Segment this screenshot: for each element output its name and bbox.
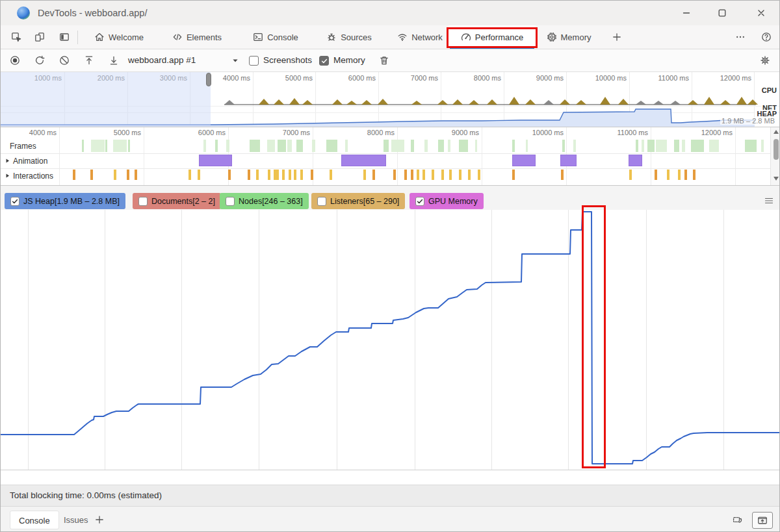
interaction-bar[interactable]	[73, 170, 75, 180]
interaction-bar[interactable]	[311, 170, 313, 180]
interaction-bar[interactable]	[372, 170, 375, 180]
frame-bar[interactable]	[438, 140, 444, 152]
record-button[interactable]	[7, 53, 23, 68]
frame-bar[interactable]	[267, 140, 275, 152]
tab-network[interactable]: Network	[389, 25, 451, 49]
session-dropdown-arrow[interactable]	[229, 53, 241, 68]
frame-bar[interactable]	[475, 140, 477, 152]
tab-sources[interactable]: Sources	[315, 25, 383, 49]
scroll-up-arrow-icon[interactable]	[774, 130, 779, 134]
tab-welcome[interactable]: Welcome	[85, 25, 153, 49]
frame-bar[interactable]	[411, 140, 414, 152]
expand-triangle-icon[interactable]	[5, 171, 10, 181]
frame-bar[interactable]	[448, 140, 450, 152]
frame-bar[interactable]	[745, 140, 757, 152]
legend-checkbox[interactable]	[226, 197, 235, 206]
tab-console[interactable]: Console	[244, 25, 307, 49]
frame-bar[interactable]	[113, 140, 127, 152]
interaction-bar[interactable]	[330, 170, 332, 180]
interaction-bar[interactable]	[417, 170, 419, 180]
memory-label[interactable]: Memory	[333, 49, 365, 71]
interaction-bar[interactable]	[441, 170, 444, 180]
frame-bar[interactable]	[250, 140, 260, 152]
add-drawer-tab-button[interactable]	[92, 512, 107, 527]
legend-checkbox[interactable]	[10, 197, 20, 206]
legend-checkbox[interactable]	[138, 197, 148, 206]
frame-bar[interactable]	[573, 140, 576, 152]
help-button[interactable]	[757, 28, 775, 46]
drawer-tab-console[interactable]: Console	[10, 511, 59, 529]
inspect-element-icon[interactable]	[7, 28, 25, 46]
frame-bar[interactable]	[691, 140, 704, 152]
legend-pill-nodes[interactable]: Nodes[246 – 363]	[220, 193, 309, 209]
frame-bar[interactable]	[674, 140, 679, 152]
tab-elements[interactable]: Elements	[161, 25, 233, 49]
animation-bar[interactable]	[512, 155, 536, 166]
scroll-down-arrow-icon[interactable]	[774, 177, 779, 181]
interaction-bar[interactable]	[667, 170, 670, 180]
interaction-bar[interactable]	[468, 170, 471, 180]
frame-bar[interactable]	[761, 140, 764, 152]
timeline-tracks[interactable]: 4000 ms5000 ms6000 ms7000 ms8000 ms9000 …	[1, 127, 780, 186]
frame-bar[interactable]	[562, 140, 565, 152]
animation-bar[interactable]	[199, 155, 232, 166]
scrollbar-thumb[interactable]	[774, 139, 779, 160]
frame-bar[interactable]	[512, 140, 515, 152]
frame-bar[interactable]	[642, 140, 644, 152]
legend-menu-icon[interactable]	[764, 196, 774, 209]
animation-row-label[interactable]: Animation	[5, 157, 47, 166]
screenshots-label[interactable]: Screenshots	[263, 49, 312, 71]
frame-bar[interactable]	[287, 140, 292, 152]
maximize-button[interactable]	[707, 1, 737, 25]
interaction-bar[interactable]	[393, 170, 396, 180]
animation-bar[interactable]	[629, 155, 642, 166]
interaction-bar[interactable]	[655, 170, 657, 180]
frame-bar[interactable]	[709, 140, 719, 152]
interaction-bar[interactable]	[422, 170, 425, 180]
animation-bar[interactable]	[560, 155, 577, 166]
interaction-bar[interactable]	[282, 170, 285, 180]
frame-bar[interactable]	[647, 140, 655, 152]
frame-bar[interactable]	[128, 140, 130, 152]
interaction-bar[interactable]	[294, 170, 296, 180]
interaction-bar[interactable]	[90, 170, 93, 180]
legend-checkbox[interactable]	[317, 197, 326, 206]
add-tab-button[interactable]	[608, 28, 626, 46]
interaction-bar[interactable]	[459, 170, 462, 180]
interaction-bar[interactable]	[268, 170, 270, 180]
frame-bar[interactable]	[682, 140, 685, 152]
interaction-bar[interactable]	[198, 170, 200, 180]
frame-bar[interactable]	[384, 140, 389, 152]
legend-checkbox[interactable]	[415, 197, 424, 206]
device-emulation-icon[interactable]	[31, 28, 49, 46]
more-options-button[interactable]	[731, 28, 749, 46]
interaction-bar[interactable]	[678, 170, 681, 180]
interaction-bar[interactable]	[114, 170, 116, 180]
memory-counters-chart[interactable]	[1, 210, 780, 470]
interaction-bar[interactable]	[127, 170, 129, 180]
interaction-bar[interactable]	[300, 170, 303, 180]
interaction-bar[interactable]	[684, 170, 687, 180]
drawer-tab-issues[interactable]: Issues	[55, 511, 97, 529]
interaction-bar[interactable]	[276, 170, 279, 180]
legend-pill-documents[interactable]: Documents[2 – 2]	[133, 193, 221, 209]
frame-bar[interactable]	[203, 140, 206, 152]
interaction-bar[interactable]	[432, 170, 434, 180]
frame-bar[interactable]	[278, 140, 286, 152]
frame-bar[interactable]	[226, 140, 229, 152]
interaction-bar[interactable]	[404, 170, 407, 180]
tracks-scrollbar[interactable]	[770, 127, 780, 185]
interaction-bar[interactable]	[228, 170, 231, 180]
interaction-bar[interactable]	[561, 170, 564, 180]
frame-bar[interactable]	[424, 140, 428, 152]
interaction-bar[interactable]	[135, 170, 137, 180]
frame-bar[interactable]	[82, 140, 84, 152]
frame-bar[interactable]	[459, 140, 468, 152]
animation-bar[interactable]	[341, 155, 386, 166]
legend-pill-gpu-memory[interactable]: GPU Memory	[410, 193, 484, 209]
frame-bar[interactable]	[91, 140, 105, 152]
legend-pill-listeners[interactable]: Listeners[65 – 290]	[311, 193, 405, 209]
expand-quick-view-button[interactable]	[752, 512, 773, 529]
interaction-bar[interactable]	[256, 170, 259, 180]
frame-bar[interactable]	[296, 140, 303, 152]
